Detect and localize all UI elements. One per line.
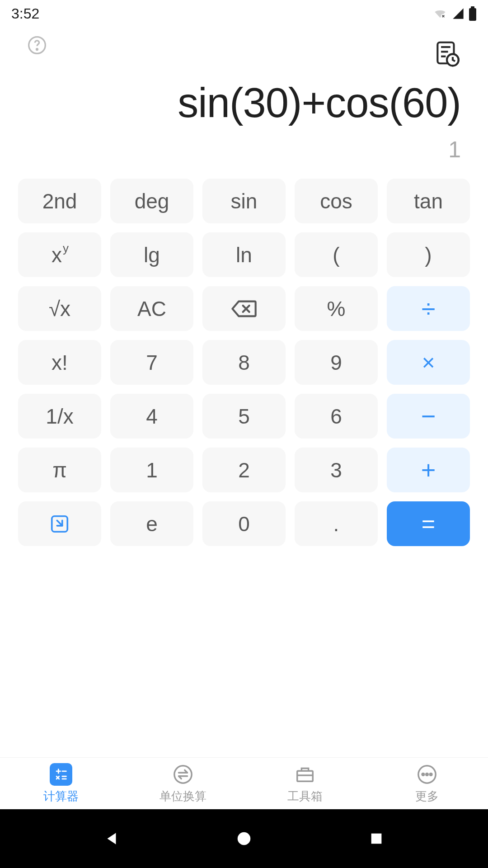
bottom-nav: 计算器 单位换算 工具箱 bbox=[0, 757, 488, 809]
key-divide[interactable]: ÷ bbox=[387, 286, 470, 331]
help-icon[interactable] bbox=[27, 35, 47, 55]
svg-point-25 bbox=[430, 773, 432, 775]
history-icon[interactable] bbox=[433, 39, 461, 67]
android-home-button[interactable] bbox=[233, 827, 255, 850]
key-factorial[interactable]: x! bbox=[18, 340, 101, 385]
key-6[interactable]: 6 bbox=[295, 394, 378, 439]
more-icon bbox=[416, 763, 438, 786]
key-2[interactable]: 2 bbox=[202, 448, 286, 492]
nav-unit-label: 单位换算 bbox=[160, 788, 206, 804]
nav-calculator[interactable]: 计算器 bbox=[0, 758, 122, 809]
nav-toolbox[interactable]: 工具箱 bbox=[244, 758, 366, 809]
key-plus[interactable]: + bbox=[387, 448, 470, 492]
svg-point-19 bbox=[174, 765, 192, 783]
android-nav-bar bbox=[0, 809, 488, 868]
svg-point-24 bbox=[426, 773, 428, 775]
toolbox-icon bbox=[294, 763, 316, 786]
key-1[interactable]: 1 bbox=[110, 448, 193, 492]
svg-point-26 bbox=[238, 832, 251, 845]
status-time: 3:52 bbox=[11, 5, 39, 22]
android-recent-button[interactable] bbox=[365, 827, 388, 850]
key-left-paren[interactable]: ( bbox=[295, 232, 378, 277]
key-3[interactable]: 3 bbox=[295, 448, 378, 492]
key-sin[interactable]: sin bbox=[202, 179, 286, 223]
android-back-button[interactable] bbox=[100, 827, 123, 850]
backspace-icon bbox=[231, 299, 257, 318]
svg-rect-27 bbox=[371, 834, 382, 844]
key-pi[interactable]: π bbox=[18, 448, 101, 492]
battery-icon bbox=[469, 6, 477, 21]
key-9[interactable]: 9 bbox=[295, 340, 378, 385]
key-0[interactable]: 0 bbox=[202, 501, 286, 546]
svg-rect-2 bbox=[471, 6, 474, 9]
key-all-clear[interactable]: AC bbox=[110, 286, 193, 331]
svg-rect-1 bbox=[469, 8, 476, 21]
key-ln[interactable]: ln bbox=[202, 232, 286, 277]
key-minus[interactable]: − bbox=[387, 394, 470, 439]
svg-point-4 bbox=[37, 49, 38, 50]
status-icons bbox=[432, 6, 477, 21]
key-second[interactable]: 2nd bbox=[18, 179, 101, 223]
key-multiply[interactable]: × bbox=[387, 340, 470, 385]
status-bar: 3:52 bbox=[0, 0, 488, 27]
wifi-off-icon bbox=[432, 7, 448, 20]
result-text: 1 bbox=[448, 137, 461, 163]
keypad: 2nd deg sin cos tan xy lg ln ( ) √x AC %… bbox=[0, 179, 488, 546]
key-4[interactable]: 4 bbox=[110, 394, 193, 439]
key-power[interactable]: xy bbox=[18, 232, 101, 277]
nav-more-label: 更多 bbox=[415, 788, 439, 804]
calculator-icon bbox=[50, 763, 72, 786]
svg-point-23 bbox=[422, 773, 424, 775]
key-sqrt[interactable]: √x bbox=[18, 286, 101, 331]
nav-unit[interactable]: 单位换算 bbox=[122, 758, 244, 809]
key-decimal[interactable]: . bbox=[295, 501, 378, 546]
key-backspace[interactable] bbox=[202, 286, 286, 331]
top-bar bbox=[0, 27, 488, 75]
key-right-paren[interactable]: ) bbox=[387, 232, 470, 277]
key-5[interactable]: 5 bbox=[202, 394, 286, 439]
collapse-icon bbox=[49, 514, 70, 534]
key-cos[interactable]: cos bbox=[295, 179, 378, 223]
key-e[interactable]: e bbox=[110, 501, 193, 546]
key-reciprocal[interactable]: 1/x bbox=[18, 394, 101, 439]
key-lg[interactable]: lg bbox=[110, 232, 193, 277]
svg-rect-20 bbox=[297, 771, 313, 781]
nav-more[interactable]: 更多 bbox=[366, 758, 488, 809]
key-collapse[interactable] bbox=[18, 501, 101, 546]
key-tan[interactable]: tan bbox=[387, 179, 470, 223]
calculator-display: sin(30)+cos(60) 1 bbox=[0, 75, 488, 179]
nav-calculator-label: 计算器 bbox=[43, 788, 79, 804]
key-equals[interactable]: = bbox=[387, 501, 470, 546]
key-percent[interactable]: % bbox=[295, 286, 378, 331]
swap-icon bbox=[172, 763, 194, 786]
key-8[interactable]: 8 bbox=[202, 340, 286, 385]
signal-icon bbox=[451, 7, 465, 20]
key-7[interactable]: 7 bbox=[110, 340, 193, 385]
key-deg[interactable]: deg bbox=[110, 179, 193, 223]
nav-toolbox-label: 工具箱 bbox=[287, 788, 323, 804]
expression-text: sin(30)+cos(60) bbox=[178, 79, 461, 127]
